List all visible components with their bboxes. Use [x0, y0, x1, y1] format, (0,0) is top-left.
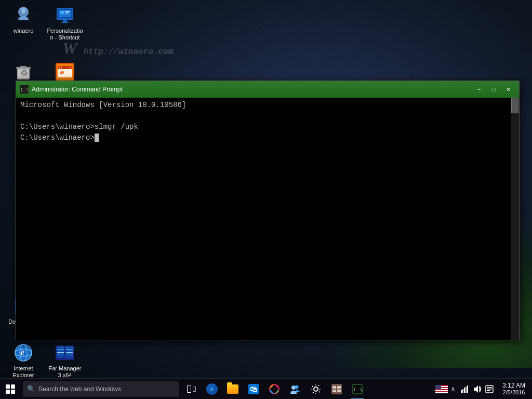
- cmd-output: Microsoft Windows [Version 10.0.10586] C…: [20, 100, 515, 143]
- farmanager-icon: [55, 342, 75, 363]
- expand-icon: ∧: [451, 385, 455, 392]
- volume-icon: [473, 385, 481, 393]
- svg-rect-83: [466, 387, 467, 393]
- taskbar-pinwheel-icon: [269, 383, 280, 395]
- desktop-icon-farmanager[interactable]: Far Manager 3 x64: [44, 340, 86, 381]
- search-icon: 🔍: [27, 385, 35, 393]
- clock-date: 2/5/2016: [503, 389, 525, 396]
- svg-text:W: W: [60, 70, 64, 75]
- start-button[interactable]: [0, 379, 21, 400]
- desktop: winaero Personalization - Shortcut: [0, 0, 532, 399]
- svg-rect-50: [57, 349, 64, 350]
- winaero-icon: [13, 5, 34, 25]
- personalization-label: Personalization - Shortcut: [46, 28, 84, 41]
- volume-tray-icon[interactable]: [471, 379, 483, 400]
- svg-rect-81: [462, 389, 463, 393]
- svg-rect-16: [20, 66, 26, 68]
- svg-rect-51: [57, 351, 64, 351]
- svg-text:e: e: [20, 347, 24, 357]
- win-logo-bl: [6, 390, 10, 394]
- notification-icon: [485, 385, 494, 393]
- cmd-window-controls: − □ ✕: [472, 84, 515, 95]
- taskbar-ie-icon: e: [206, 383, 218, 395]
- task-view-rect2: [193, 387, 196, 392]
- farmanager-label: Far Manager 3 x64: [46, 365, 84, 379]
- minimize-button[interactable]: −: [472, 84, 486, 95]
- win-logo-br: [11, 390, 15, 394]
- svg-rect-79: [435, 385, 441, 389]
- svg-rect-9: [65, 12, 69, 14]
- svg-point-65: [314, 387, 318, 391]
- taskbar-store-icon: 🛍: [248, 383, 259, 395]
- taskbar-explorer[interactable]: [222, 379, 243, 400]
- task-view-button[interactable]: [181, 379, 202, 400]
- svg-point-3: [21, 8, 26, 14]
- network-tray-icon[interactable]: [458, 379, 471, 400]
- search-placeholder: Search the web and Windows: [38, 385, 121, 393]
- svg-rect-53: [57, 354, 64, 354]
- svg-rect-84: [467, 385, 468, 393]
- taskbar-cmd[interactable]: C:\>: [347, 379, 368, 400]
- close-button[interactable]: ✕: [501, 84, 515, 95]
- svg-point-21: [59, 67, 60, 69]
- svg-point-64: [295, 385, 299, 389]
- taskbar-app-extra[interactable]: [326, 379, 347, 400]
- taskbar-app-people[interactable]: [285, 379, 305, 400]
- cmd-scrollbar[interactable]: [511, 98, 519, 340]
- svg-rect-68: [337, 386, 341, 389]
- taskbar-app-pinwheel[interactable]: [264, 379, 285, 400]
- svg-rect-8: [65, 11, 70, 12]
- taskbar-explorer-icon: [227, 384, 238, 394]
- svg-text:C:\>: C:\>: [354, 387, 363, 392]
- language-icon[interactable]: [435, 379, 448, 400]
- task-view-rect1: [187, 385, 191, 393]
- cmd-scrollbar-thumb[interactable]: [511, 98, 518, 113]
- taskbar-extra-icon: [331, 383, 342, 395]
- svg-rect-69: [332, 390, 336, 392]
- tray-expand-arrow[interactable]: ∧: [448, 379, 458, 400]
- notification-tray-icon[interactable]: [483, 379, 496, 400]
- windows-logo: [6, 384, 15, 394]
- svg-rect-67: [332, 386, 336, 389]
- taskbar-store[interactable]: 🛍: [243, 379, 264, 400]
- desktop-icon-ie[interactable]: e Internet Explorer: [3, 340, 44, 381]
- desktop-icon-winaero[interactable]: winaero: [3, 3, 44, 36]
- svg-point-22: [61, 67, 62, 69]
- taskbar-settings-icon: [310, 383, 322, 395]
- svg-text:♻: ♻: [20, 69, 28, 77]
- cmd-body: Microsoft Windows [Version 10.0.10586] C…: [16, 98, 519, 340]
- svg-marker-85: [474, 385, 478, 393]
- cmd-titlebar: C:\ Administrator: Command Prompt − □ ✕: [16, 81, 519, 98]
- taskbar-people-icon: [289, 383, 301, 395]
- search-bar[interactable]: 🔍 Search the web and Windows: [23, 381, 179, 397]
- maximize-button[interactable]: □: [487, 84, 500, 95]
- svg-rect-66: [331, 384, 342, 394]
- desktop-icon-personalization[interactable]: Personalization - Shortcut: [44, 3, 86, 43]
- clock[interactable]: 3:12 AM 2/5/2016: [496, 379, 532, 400]
- taskbar-settings[interactable]: [305, 379, 326, 400]
- svg-rect-87: [487, 387, 492, 388]
- cmd-window[interactable]: C:\ Administrator: Command Prompt − □ ✕ …: [16, 81, 520, 340]
- svg-rect-7: [60, 11, 64, 14]
- svg-rect-82: [464, 388, 465, 393]
- ie-desk-icon: e: [13, 342, 34, 363]
- winaero-label: winaero: [14, 28, 34, 34]
- system-tray: ∧: [435, 379, 532, 400]
- svg-rect-48: [57, 347, 64, 348]
- recycle-icon: ♻: [13, 62, 34, 83]
- svg-rect-89: [487, 390, 490, 391]
- svg-rect-77: [435, 390, 448, 391]
- svg-rect-70: [337, 390, 341, 392]
- cmd-app-icon: C:\: [20, 85, 29, 94]
- svg-point-23: [70, 67, 71, 69]
- svg-rect-88: [487, 389, 492, 390]
- svg-rect-10: [63, 20, 67, 22]
- personalization-icon: [55, 5, 75, 25]
- taskbar-ie[interactable]: e: [202, 379, 222, 400]
- tweaker-icon: W: [55, 62, 75, 83]
- svg-rect-80: [461, 390, 462, 393]
- svg-rect-52: [57, 352, 64, 353]
- svg-rect-57: [66, 354, 73, 354]
- svg-rect-11: [61, 22, 69, 23]
- win-logo-tr: [11, 384, 15, 389]
